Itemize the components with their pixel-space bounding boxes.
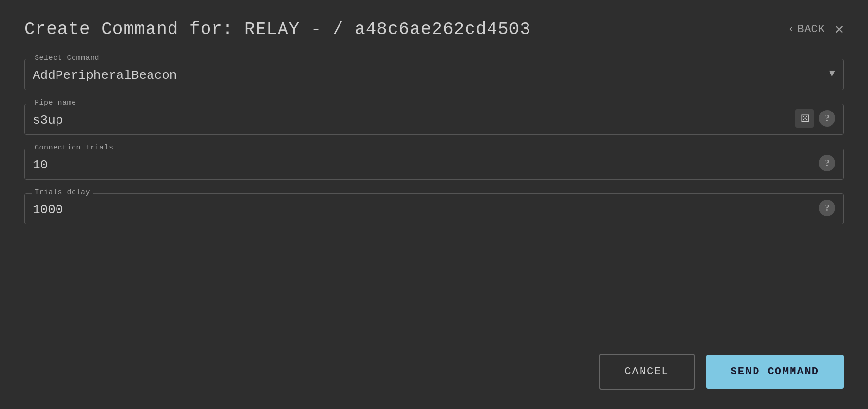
trials-delay-help-button[interactable]: ? <box>819 200 835 216</box>
select-command-field: Select Command AddPeripheralBeacon Remov… <box>24 59 844 90</box>
pipe-name-field: Pipe name ⚄ ? <box>24 104 844 135</box>
connection-trials-icons: ? <box>819 155 835 171</box>
chevron-down-icon: ▼ <box>829 68 835 80</box>
pipe-name-input[interactable] <box>33 109 795 128</box>
trials-delay-row: ? <box>33 199 835 217</box>
select-command-row: AddPeripheralBeacon RemovePeripheralBeac… <box>33 64 835 83</box>
chevron-left-icon: ‹ <box>788 23 794 36</box>
pipe-name-help-button[interactable]: ? <box>819 110 835 127</box>
back-button[interactable]: ‹ BACK <box>788 23 825 36</box>
dialog-title: Create Command for: RELAY - / a48c6ae262… <box>24 19 531 39</box>
send-command-button[interactable]: SEND COMMAND <box>706 355 844 389</box>
pipe-name-icons: ⚄ ? <box>795 109 835 128</box>
trials-delay-input[interactable] <box>33 199 819 217</box>
connection-trials-help-button[interactable]: ? <box>819 155 835 171</box>
header-actions: ‹ BACK ✕ <box>788 22 844 37</box>
form-area: Select Command AddPeripheralBeacon Remov… <box>24 59 844 339</box>
dialog-header: Create Command for: RELAY - / a48c6ae262… <box>24 19 844 39</box>
select-command-label: Select Command <box>32 54 102 62</box>
connection-trials-field: Connection trials ? <box>24 149 844 180</box>
close-button[interactable]: ✕ <box>835 22 844 37</box>
help-icon: ? <box>825 158 830 168</box>
trials-delay-field: Trials delay ? <box>24 193 844 224</box>
footer: CANCEL SEND COMMAND <box>24 354 844 390</box>
dice-icon-button[interactable]: ⚄ <box>795 109 814 128</box>
connection-trials-row: ? <box>33 154 835 172</box>
select-command-input[interactable]: AddPeripheralBeacon RemovePeripheralBeac… <box>33 64 829 83</box>
cancel-button[interactable]: CANCEL <box>599 354 694 390</box>
pipe-name-label: Pipe name <box>32 99 79 107</box>
connection-trials-input[interactable] <box>33 154 819 172</box>
trials-delay-icons: ? <box>819 200 835 216</box>
connection-trials-label: Connection trials <box>32 144 116 152</box>
help-icon: ? <box>825 203 830 213</box>
dialog: Create Command for: RELAY - / a48c6ae262… <box>0 0 868 409</box>
trials-delay-label: Trials delay <box>32 188 93 197</box>
dice-icon: ⚄ <box>801 112 809 124</box>
pipe-name-row: ⚄ ? <box>33 109 835 128</box>
help-icon: ? <box>825 113 830 124</box>
